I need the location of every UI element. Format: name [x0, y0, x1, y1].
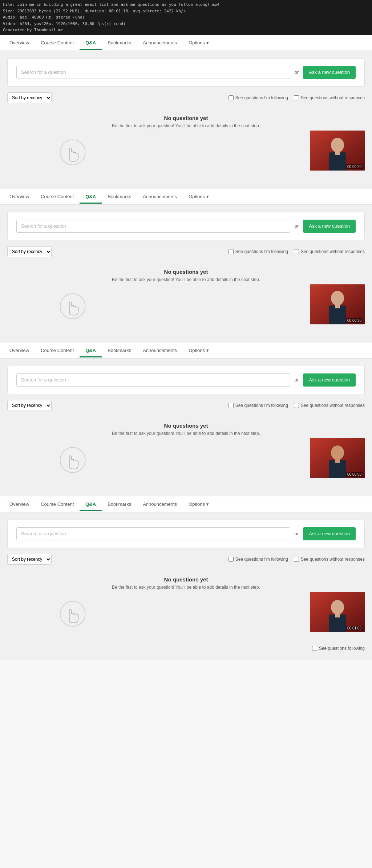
video-thumbnail-1: 00:00:20 [310, 131, 365, 171]
hand-icon-container-1: 00:00:20 [7, 134, 365, 178]
no-responses-filter-label-1[interactable]: See questions without responses [294, 95, 365, 100]
search-input-1[interactable] [16, 66, 290, 79]
nav-course-content-4[interactable]: Course Content [35, 497, 80, 511]
svg-rect-11 [335, 305, 340, 308]
following-filter-label-2[interactable]: See questions I'm following [229, 249, 288, 254]
following-filter-label-4[interactable]: See questions I'm following [229, 557, 288, 562]
nav-options-2[interactable]: Options ▾ [183, 189, 215, 204]
file-info-line2: Size: 23613633 bytes (22.52 MiB), durati… [3, 8, 369, 15]
no-responses-checkbox-2[interactable] [294, 249, 299, 254]
hand-icon-container-4: 00:01:00 [7, 596, 365, 639]
nav-overview-3[interactable]: Overview [4, 343, 35, 357]
no-questions-subtitle-2: Be the first to ask your question! You'l… [7, 277, 365, 282]
no-responses-checkbox-3[interactable] [294, 403, 299, 408]
nav-qa-2[interactable]: Q&A [80, 189, 102, 204]
nav-overview-1[interactable]: Overview [4, 36, 35, 50]
nav-options-3[interactable]: Options ▾ [183, 343, 215, 357]
nav-qa-4[interactable]: Q&A [80, 497, 102, 511]
video-thumbnail-4: 00:01:00 [310, 592, 365, 632]
qa-card-3: or Ask a new question [7, 366, 365, 394]
hand-icon-container-2: 00:00:30 [7, 288, 365, 332]
nav-bookmarks-1[interactable]: Bookmarks [102, 36, 137, 50]
nav-bar-4: Overview Course Content Q&A Bookmarks An… [0, 496, 372, 512]
no-responses-filter-label-2[interactable]: See questions without responses [294, 249, 365, 254]
following-filter-label-1[interactable]: See questions I'm following [229, 95, 288, 100]
nav-qa-1[interactable]: Q&A [80, 36, 102, 50]
svg-point-15 [331, 445, 344, 460]
section-2: Overview Course Content Q&A Bookmarks An… [0, 189, 372, 343]
ask-new-question-button-2[interactable]: Ask a new question [303, 220, 356, 233]
qa-card-1: or Ask a new question [7, 58, 365, 87]
sort-select-1[interactable]: Sort by recency [7, 92, 52, 103]
no-questions-section-2: No questions yet Be the first to ask you… [7, 263, 365, 335]
nav-overview-4[interactable]: Overview [4, 497, 35, 511]
questions-following-row: See questions following [7, 643, 365, 652]
hand-icon-container-3: 00:00:50 [7, 442, 365, 485]
no-responses-checkbox-4[interactable] [294, 557, 299, 562]
sort-select-4[interactable]: Sort by recency [7, 554, 52, 565]
sort-select-3[interactable]: Sort by recency [7, 400, 52, 411]
file-info-line3: Audio: aac, 48000 Hz, stereo (und) [3, 14, 369, 21]
see-questions-following-label[interactable]: See questions following [312, 646, 365, 651]
file-info-bar: File: Join me in building a great email … [0, 0, 372, 35]
chevron-down-icon-1: ▾ [206, 40, 209, 45]
svg-rect-23 [335, 614, 340, 617]
ask-new-question-button-1[interactable]: Ask a new question [303, 66, 356, 79]
following-checkbox-2[interactable] [229, 249, 234, 254]
section-panel-4: or Ask a new question Sort by recency Se… [0, 512, 372, 660]
nav-announcements-2[interactable]: Announcements [137, 189, 183, 204]
no-questions-section-4: No questions yet Be the first to ask you… [7, 571, 365, 643]
nav-overview-2[interactable]: Overview [4, 189, 35, 204]
nav-bookmarks-3[interactable]: Bookmarks [102, 343, 137, 357]
nav-options-1[interactable]: Options ▾ [183, 36, 215, 50]
ask-new-question-button-3[interactable]: Ask a new question [303, 373, 356, 387]
search-row-4: or Ask a new question [16, 527, 356, 540]
or-text-4: or [295, 531, 299, 536]
hand-icon-2 [58, 288, 87, 324]
nav-course-content-3[interactable]: Course Content [35, 343, 80, 357]
video-thumbnail-2: 00:00:30 [310, 284, 365, 324]
nav-bookmarks-4[interactable]: Bookmarks [102, 497, 137, 511]
following-checkbox-4[interactable] [229, 557, 234, 562]
nav-bookmarks-2[interactable]: Bookmarks [102, 189, 137, 204]
no-responses-filter-label-3[interactable]: See questions without responses [294, 403, 365, 408]
no-responses-filter-label-4[interactable]: See questions without responses [294, 557, 365, 562]
or-text-1: or [295, 69, 299, 75]
search-row-1: or Ask a new question [16, 66, 356, 79]
video-timer-1: 00:00:20 [346, 164, 363, 169]
svg-point-21 [331, 600, 344, 615]
nav-qa-3[interactable]: Q&A [80, 343, 102, 357]
ask-new-question-button-4[interactable]: Ask a new question [303, 527, 356, 540]
no-questions-title-3: No questions yet [7, 423, 365, 429]
video-timer-2: 00:00:30 [346, 318, 363, 323]
no-questions-subtitle-3: Be the first to ask your question! You'l… [7, 431, 365, 436]
following-filter-label-3[interactable]: See questions I'm following [229, 403, 288, 408]
see-questions-following-checkbox[interactable] [312, 646, 317, 651]
no-responses-checkbox-1[interactable] [294, 95, 299, 100]
sort-select-2[interactable]: Sort by recency [7, 246, 52, 257]
search-input-2[interactable] [16, 220, 290, 233]
svg-point-3 [331, 138, 344, 152]
search-input-4[interactable] [16, 527, 290, 540]
chevron-down-icon-4: ▾ [206, 501, 209, 507]
nav-course-content-1[interactable]: Course Content [35, 36, 80, 50]
nav-announcements-1[interactable]: Announcements [137, 36, 183, 50]
nav-course-content-2[interactable]: Course Content [35, 189, 80, 204]
following-checkbox-3[interactable] [229, 403, 234, 408]
chevron-down-icon-3: ▾ [206, 348, 209, 353]
file-info-line5: Generated by Thumbnail.me [3, 27, 369, 33]
section-panel-3: or Ask a new question Sort by recency Se… [0, 359, 372, 496]
nav-announcements-4[interactable]: Announcements [137, 497, 183, 511]
nav-bar-1: Overview Course Content Q&A Bookmarks An… [0, 35, 372, 51]
video-timer-4: 00:01:00 [346, 626, 363, 631]
search-input-3[interactable] [16, 373, 290, 387]
qa-card-2: or Ask a new question [7, 212, 365, 240]
nav-options-4[interactable]: Options ▾ [183, 497, 215, 511]
file-info-line4: Video: h264, yuv420p, 1920x1080, 30.00 f… [3, 21, 369, 27]
nav-announcements-3[interactable]: Announcements [137, 343, 183, 357]
video-timer-3: 00:00:50 [346, 472, 363, 477]
no-questions-title-1: No questions yet [7, 115, 365, 121]
hand-icon-3 [58, 442, 87, 478]
search-row-2: or Ask a new question [16, 220, 356, 233]
following-checkbox-1[interactable] [229, 95, 234, 100]
